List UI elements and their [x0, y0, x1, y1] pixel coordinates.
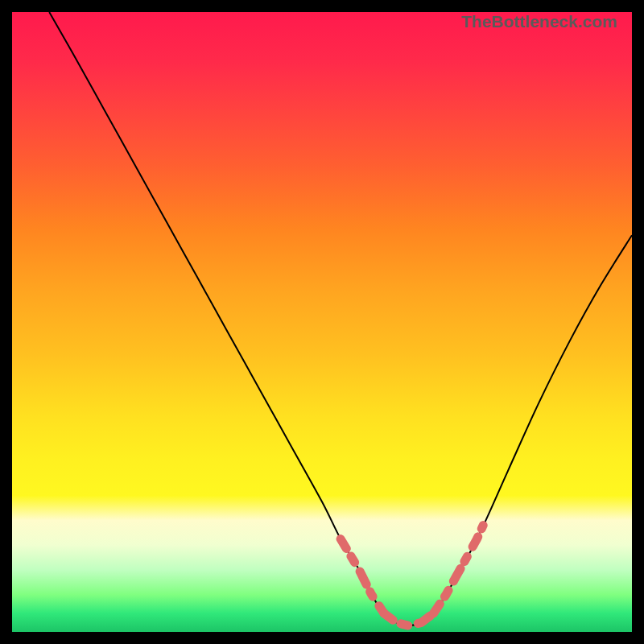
- highlight-segment-0: [341, 539, 384, 613]
- chart-container: TheBottleneck.com: [0, 0, 644, 644]
- chart-svg: [12, 12, 632, 632]
- plot-area: TheBottleneck.com: [12, 12, 632, 632]
- highlight-segment-1: [384, 613, 434, 625]
- highlight-segment-2: [434, 526, 484, 613]
- bottleneck-curve: [49, 12, 632, 625]
- watermark-text: TheBottleneck.com: [461, 12, 617, 31]
